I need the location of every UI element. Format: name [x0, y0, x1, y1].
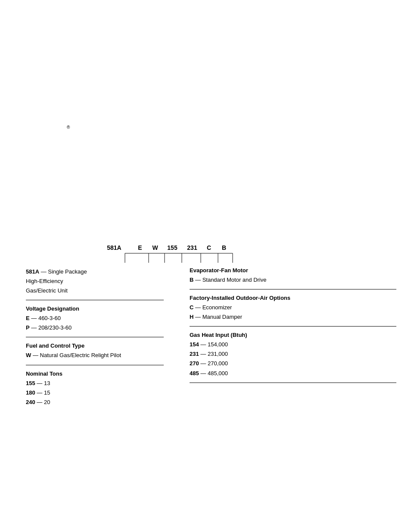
tons-desc-2: 20	[44, 399, 50, 405]
voltage-section: Voltage Designation E — 460-3-60 P — 208…	[26, 305, 164, 337]
evap-motor-title: Evaporator-Fan Motor	[190, 267, 396, 274]
unit-type-section: 581A — Single Package High-Efficiency Ga…	[26, 267, 164, 300]
voltage-desc-0: 460-3-60	[38, 315, 61, 321]
gas-code-154: 154	[190, 341, 199, 348]
voltage-code-p: P	[26, 324, 30, 331]
tons-dash-1: —	[35, 389, 44, 396]
voltage-rows: E — 460-3-60 P — 208/230-3-60	[26, 314, 164, 333]
gas-code-231: 231	[190, 351, 199, 357]
gas-desc-0: 154,000	[208, 341, 228, 348]
evap-dash-0: —	[193, 277, 202, 283]
tons-code-155: 155	[26, 380, 35, 386]
fuel-section: Fuel and Control Type W — Natural Gas/El…	[26, 342, 164, 365]
model-seg-231: 231	[187, 244, 197, 251]
model-seg-155: 155	[167, 244, 177, 251]
outdoor-desc-0: Economizer	[202, 304, 232, 311]
unit-desc-1: High-Efficiency	[26, 278, 63, 284]
tons-desc-1: 15	[44, 389, 50, 396]
tons-dash-0: —	[35, 380, 44, 386]
descriptions-container: 581A — Single Package High-Efficiency Ga…	[26, 267, 396, 417]
gas-dash-3: —	[199, 370, 208, 376]
unit-desc-2: Gas/Electric Unit	[26, 287, 68, 294]
unit-dash-0: —	[39, 268, 48, 275]
right-column: Evaporator-Fan Motor B — Standard Motor …	[177, 267, 396, 417]
gas-desc-3: 485,000	[208, 370, 228, 376]
evap-motor-section: Evaporator-Fan Motor B — Standard Motor …	[190, 267, 396, 289]
model-seg-581a: 581A	[107, 244, 121, 251]
left-column: 581A — Single Package High-Efficiency Ga…	[26, 267, 168, 417]
voltage-dash-0: —	[30, 315, 38, 321]
gas-dash-0: —	[199, 341, 208, 348]
nominal-tons-rows: 155 — 13 180 — 15 240 — 20	[26, 379, 164, 407]
page-container: ®	[0, 0, 411, 532]
model-seg-e: E	[138, 244, 142, 251]
evap-desc-0: Standard Motor and Drive	[202, 277, 267, 283]
outdoor-dash-0: —	[193, 304, 202, 311]
tons-code-240: 240	[26, 399, 35, 405]
gas-heat-title: Gas Heat Input (Btuh)	[190, 332, 396, 338]
fuel-desc-0: Natural Gas/Electric Relight Pilot	[40, 352, 121, 358]
outdoor-air-rows: C — Economizer H — Manual Damper	[190, 303, 396, 322]
gas-code-270: 270	[190, 360, 199, 367]
fuel-code-w: W	[26, 352, 31, 358]
fuel-dash-0: —	[31, 352, 40, 358]
diagram-area: 581A E W 155 231 C B 581A — Single Packa…	[26, 241, 396, 417]
model-seg-w: W	[152, 244, 158, 251]
gas-code-485: 485	[190, 370, 199, 376]
evap-code-b: B	[190, 277, 193, 283]
gas-desc-2: 270,000	[208, 360, 228, 367]
tons-desc-0: 13	[44, 380, 50, 386]
evap-motor-rows: B — Standard Motor and Drive	[190, 275, 396, 285]
gas-dash-1: —	[199, 351, 208, 357]
voltage-desc-1: 208/230-3-60	[38, 324, 72, 331]
gas-dash-2: —	[199, 360, 208, 367]
gas-heat-section: Gas Heat Input (Btuh) 154 — 154,000 231 …	[190, 332, 396, 383]
outdoor-code-h: H	[190, 314, 193, 320]
outdoor-dash-1: —	[193, 314, 202, 320]
gas-heat-rows: 154 — 154,000 231 — 231,000 270 — 270,00…	[190, 340, 396, 378]
voltage-title: Voltage Designation	[26, 305, 164, 312]
outdoor-air-title: Factory-Installed Outdoor-Air Options	[190, 295, 396, 301]
nominal-tons-title: Nominal Tons	[26, 370, 164, 377]
fuel-title: Fuel and Control Type	[26, 342, 164, 349]
tons-code-180: 180	[26, 389, 35, 396]
registered-mark: ®	[67, 125, 70, 130]
unit-code-581a: 581A	[26, 268, 39, 275]
outdoor-desc-1: Manual Damper	[202, 314, 243, 320]
voltage-dash-1: —	[30, 324, 38, 331]
spacer	[168, 267, 177, 417]
voltage-code-e: E	[26, 315, 30, 321]
connector-lines: 581A E W 155 231 C B	[26, 241, 396, 267]
model-seg-b: B	[222, 244, 226, 251]
model-seg-c: C	[207, 244, 211, 251]
outdoor-code-c: C	[190, 304, 193, 311]
gas-desc-1: 231,000	[208, 351, 228, 357]
outdoor-air-section: Factory-Installed Outdoor-Air Options C …	[190, 295, 396, 327]
tons-dash-2: —	[35, 399, 44, 405]
nominal-tons-section: Nominal Tons 155 — 13 180 — 15 240 — 20	[26, 370, 164, 411]
unit-type-rows: 581A — Single Package High-Efficiency Ga…	[26, 267, 164, 296]
fuel-rows: W — Natural Gas/Electric Relight Pilot	[26, 351, 164, 360]
unit-desc-0: Single Package	[48, 268, 87, 275]
